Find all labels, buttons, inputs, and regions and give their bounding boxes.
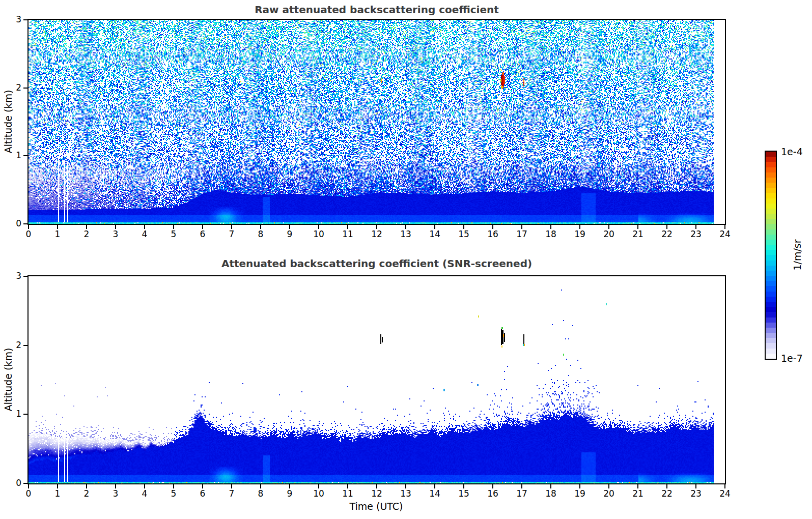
colorbar-band <box>766 224 776 229</box>
colorbar-band <box>766 333 776 338</box>
x-tick-mark <box>724 225 725 229</box>
x-tick-label: 6 <box>200 488 206 499</box>
y-tick-label: 0 <box>6 218 21 228</box>
x-tick-label: 9 <box>287 488 293 499</box>
x-tick-mark <box>434 484 435 488</box>
x-tick-mark <box>202 484 203 488</box>
x-tick-label: 9 <box>287 229 293 239</box>
colorbar-band <box>766 266 776 271</box>
x-tick-mark <box>521 484 522 488</box>
panel-screened-title: Attenuated backscattering coefficient (S… <box>28 257 725 270</box>
x-tick-mark <box>579 225 580 229</box>
panel-raw-plot-area <box>27 19 726 225</box>
colorbar <box>765 151 777 360</box>
colorbar-band <box>766 261 776 266</box>
x-tick-mark <box>463 225 464 229</box>
x-tick-mark <box>492 484 493 488</box>
y-tick-mark <box>23 276 27 277</box>
colorbar-band <box>766 167 776 172</box>
x-tick-label: 14 <box>429 229 440 239</box>
x-tick-mark <box>376 225 377 229</box>
x-tick-mark <box>347 225 348 229</box>
x-tick-label: 4 <box>142 488 148 499</box>
x-tick-mark <box>57 484 58 488</box>
x-tick-mark <box>550 484 551 488</box>
x-tick-label: 2 <box>84 488 90 499</box>
y-tick-label: 2 <box>6 82 21 93</box>
y-tick-label: 3 <box>6 14 21 24</box>
x-tick-mark <box>57 225 58 229</box>
colorbar-band <box>766 343 776 348</box>
x-tick-label: 19 <box>574 488 585 499</box>
x-tick-label: 11 <box>342 488 353 499</box>
colorbar-band <box>766 162 776 167</box>
colorbar-band <box>766 318 776 323</box>
x-tick-label: 22 <box>661 488 673 499</box>
y-tick-label: 3 <box>6 271 21 281</box>
x-tick-label: 1 <box>55 229 61 239</box>
colorbar-band <box>766 188 776 193</box>
x-tick-mark <box>260 225 261 229</box>
x-axis-label: Time (UTC) <box>349 501 403 512</box>
panel-screened-y-axis-label: Altitude (km) <box>3 348 14 412</box>
screened-backscatter-heatmap <box>29 276 725 483</box>
colorbar-band <box>766 297 776 302</box>
x-tick-label: 20 <box>603 229 614 239</box>
x-tick-mark <box>28 225 29 229</box>
colorbar-band <box>766 183 776 188</box>
colorbar-band <box>766 229 776 235</box>
y-tick-mark <box>23 483 27 484</box>
x-tick-label: 4 <box>142 229 148 239</box>
x-tick-mark <box>231 225 232 229</box>
y-tick-mark <box>23 88 27 89</box>
x-tick-mark <box>405 225 406 229</box>
x-tick-label: 3 <box>113 488 119 499</box>
x-tick-mark <box>666 225 667 229</box>
x-tick-label: 20 <box>603 488 614 499</box>
panel-screened-plot-area <box>27 275 726 484</box>
x-tick-mark <box>695 225 696 229</box>
x-tick-label: 17 <box>516 229 527 239</box>
raw-backscatter-heatmap <box>29 20 725 224</box>
x-tick-label: 23 <box>690 229 702 239</box>
x-tick-label: 16 <box>487 229 498 239</box>
y-tick-mark <box>23 155 27 156</box>
x-tick-label: 10 <box>313 229 324 239</box>
colorbar-min-label: 1e-7 <box>781 353 803 364</box>
x-tick-label: 13 <box>400 229 411 239</box>
colorbar-band <box>766 240 776 245</box>
x-tick-mark <box>144 484 145 488</box>
x-tick-mark <box>695 484 696 488</box>
colorbar-band <box>766 214 776 219</box>
x-tick-label: 13 <box>400 488 411 499</box>
x-tick-mark <box>492 225 493 229</box>
colorbar-band <box>766 193 776 198</box>
y-tick-label: 0 <box>6 478 21 488</box>
colorbar-band <box>766 157 776 162</box>
colorbar-band <box>766 338 776 343</box>
colorbar-band <box>766 245 776 250</box>
x-tick-label: 18 <box>545 488 556 499</box>
y-tick-mark <box>23 414 27 415</box>
x-tick-mark <box>86 484 87 488</box>
x-tick-label: 0 <box>26 229 32 239</box>
x-tick-label: 0 <box>26 488 32 499</box>
x-tick-label: 2 <box>84 229 90 239</box>
x-tick-mark <box>318 225 319 229</box>
x-tick-label: 7 <box>229 229 235 239</box>
x-tick-label: 17 <box>516 488 527 499</box>
colorbar-band <box>766 328 776 333</box>
x-tick-mark <box>405 484 406 488</box>
x-tick-mark <box>637 484 638 488</box>
x-tick-mark <box>28 484 29 488</box>
x-tick-label: 24 <box>719 488 731 499</box>
x-tick-mark <box>637 225 638 229</box>
colorbar-band <box>766 307 776 312</box>
x-tick-label: 5 <box>171 488 177 499</box>
colorbar-band <box>766 178 776 183</box>
colorbar-band <box>766 209 776 214</box>
x-tick-label: 10 <box>313 488 324 499</box>
colorbar-band <box>766 255 776 260</box>
colorbar-band <box>766 219 776 224</box>
colorbar-band <box>766 292 776 297</box>
